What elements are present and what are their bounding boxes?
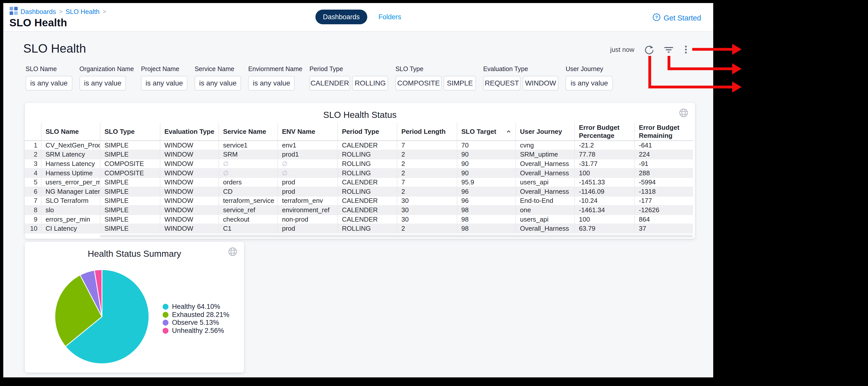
table-cell: 63.79 xyxy=(575,224,634,233)
column-header-env-name[interactable]: ENV Name xyxy=(277,123,337,140)
filter-chip[interactable]: is any value xyxy=(565,76,613,91)
kebab-menu-icon[interactable] xyxy=(683,44,688,55)
table-header-row: SLO NameSLO TypeEvaluation TypeService N… xyxy=(25,123,693,141)
table-cell: 98 xyxy=(457,206,516,214)
table-cell: ROLLING xyxy=(337,187,397,196)
pie-title: Health Status Summary xyxy=(25,249,244,259)
globe-icon[interactable] xyxy=(228,247,238,258)
table-cell: WINDOW xyxy=(160,159,219,168)
filter-chip[interactable]: CALENDER xyxy=(309,76,350,91)
column-header-period-length[interactable]: Period Length xyxy=(397,123,457,140)
sort-asc-icon xyxy=(506,130,511,133)
column-header-slo-type[interactable]: SLO Type xyxy=(100,123,160,140)
table-cell: terraform_service xyxy=(219,197,277,205)
table-cell: 2 xyxy=(397,150,457,159)
legend-item-unhealthy[interactable]: Unhealthy 2.56% xyxy=(163,327,229,335)
column-header-service-name[interactable]: Service Name xyxy=(219,123,277,140)
table-cell: COMPOSITE xyxy=(100,169,160,178)
column-header-period-type[interactable]: Period Type xyxy=(337,123,397,140)
column-header-error-budget[interactable]: Error BudgetPercentage xyxy=(575,123,634,140)
filter-chip-row: is any value xyxy=(141,76,187,91)
column-header-evaluation-type[interactable]: Evaluation Type xyxy=(160,123,219,140)
table-cell: ∅ xyxy=(219,169,277,178)
table-row[interactable]: 4Harness UptimeCOMPOSITEWINDOW∅∅ROLLING2… xyxy=(25,169,693,178)
column-header-slo-target[interactable]: SLO Target xyxy=(457,123,516,140)
table-cell: SRM_uptime xyxy=(516,150,575,159)
column-header-error-budget[interactable]: Error BudgetRemaining xyxy=(634,123,693,140)
health-status-pie-chart[interactable] xyxy=(54,269,150,365)
filter-chip[interactable]: is any value xyxy=(194,76,241,91)
table-cell: Harness Latency xyxy=(41,159,100,168)
breadcrumb-link-slo-health[interactable]: SLO Health xyxy=(65,8,99,16)
table-cell: slo xyxy=(41,206,100,214)
table-cell: ROLLING xyxy=(337,150,397,159)
table-cell: WINDOW xyxy=(160,197,219,205)
dashboards-grid-icon xyxy=(9,7,18,17)
table-row[interactable]: 3Harness LatencyCOMPOSITEWINDOW∅∅ROLLING… xyxy=(25,159,693,169)
table-cell: 95.9 xyxy=(457,178,516,187)
table-cell: 70 xyxy=(457,141,516,150)
filter-group: Project Nameis any value xyxy=(141,65,187,91)
table-cell: Overall_Harness xyxy=(516,224,575,233)
table-row[interactable]: 7SLO TerraformSIMPLEWINDOWterraform_serv… xyxy=(25,197,693,206)
filter-chip[interactable]: WINDOW xyxy=(523,76,558,91)
filter-label: Organization Name xyxy=(80,65,134,72)
filter-chip[interactable]: is any value xyxy=(80,76,126,91)
filter-chip-row: is any value xyxy=(194,76,241,91)
get-started-link[interactable]: ? Get Started xyxy=(653,13,701,23)
column-header-label: Service Name xyxy=(223,127,266,136)
table-row[interactable]: 6NG Manager LatencySIMPLEWINDOWCDprodROL… xyxy=(25,187,693,197)
table-cell: SIMPLE xyxy=(100,178,160,187)
table-cell: -12626 xyxy=(634,206,693,214)
filter-chip[interactable]: SIMPLE xyxy=(444,76,476,91)
column-header-user-journey[interactable]: User Journey xyxy=(516,123,575,140)
column-header-slo-name[interactable]: SLO Name xyxy=(41,123,100,140)
table-row[interactable]: 1CV_NextGen_ProdSIMPLEWINDOWservice1env1… xyxy=(25,141,693,150)
table-cell: SRM xyxy=(219,150,277,159)
filter-chip-row: is any value xyxy=(565,76,613,91)
legend-label: Healthy 64.10% xyxy=(172,303,220,310)
table-title: SLO Health Status xyxy=(25,110,695,120)
breadcrumb-separator: > xyxy=(102,8,107,15)
legend-dot xyxy=(163,312,168,318)
refresh-icon[interactable] xyxy=(643,44,655,55)
legend-item-observe[interactable]: Observe 5.13% xyxy=(163,319,229,327)
filter-chip[interactable]: ROLLING xyxy=(352,76,388,91)
get-started-label: Get Started xyxy=(664,14,701,22)
filter-group: Enviornment Nameis any value xyxy=(248,65,302,91)
filter-chip[interactable]: is any value xyxy=(26,76,72,91)
filter-chip-row: COMPOSITESIMPLE xyxy=(395,76,476,91)
table-cell: orders xyxy=(219,178,277,187)
filter-chip[interactable]: REQUEST xyxy=(483,76,521,91)
table-cell: 100 xyxy=(575,215,634,224)
table-cell: users_api xyxy=(516,178,575,187)
table-cell: 98 xyxy=(457,224,516,233)
tab-folders[interactable]: Folders xyxy=(378,13,401,21)
legend-item-healthy[interactable]: Healthy 64.10% xyxy=(163,303,229,311)
filter-icon[interactable] xyxy=(663,44,674,55)
filters-row: SLO Nameis any valueOrganization Nameis … xyxy=(26,65,613,91)
table-row[interactable]: 9errors_per_minSIMPLEWINDOWcheckoutnon-p… xyxy=(25,215,693,225)
filter-chip[interactable]: is any value xyxy=(248,76,294,91)
table-cell: ROLLING xyxy=(337,169,397,178)
pie-legend: Healthy 64.10%Exhausted 28.21%Observe 5.… xyxy=(163,303,229,335)
column-header-row-number[interactable] xyxy=(25,123,41,140)
legend-item-exhausted[interactable]: Exhausted 28.21% xyxy=(163,311,229,319)
table-row[interactable]: 5users_error_per_minSIMPLEWINDOWorderspr… xyxy=(25,178,693,187)
table-cell: 864 xyxy=(634,215,693,224)
filter-label: Period Type xyxy=(309,65,388,72)
filter-chip[interactable]: COMPOSITE xyxy=(395,76,442,91)
table-cell: ∅ xyxy=(277,159,337,168)
globe-icon[interactable] xyxy=(679,108,688,119)
tab-dashboards[interactable]: Dashboards xyxy=(315,10,368,24)
filter-chip[interactable]: is any value xyxy=(141,76,187,91)
breadcrumb-link-dashboards[interactable]: Dashboards xyxy=(21,8,56,16)
table-row[interactable]: 10CI LatencySIMPLEWINDOWC1prodROLLING298… xyxy=(25,224,693,234)
table-cell: WINDOW xyxy=(160,141,219,150)
table-cell: env1 xyxy=(277,141,337,150)
table-row[interactable]: 2SRM LatencySIMPLEWINDOWSRMprod1ROLLING2… xyxy=(25,150,693,159)
table-row[interactable]: 8sloSIMPLEWINDOWservice_refenvironment_r… xyxy=(25,206,693,215)
column-header-label: SLO Name xyxy=(45,127,79,136)
horizontal-scrollbar[interactable] xyxy=(100,235,693,238)
table-cell: 7 xyxy=(25,197,41,205)
